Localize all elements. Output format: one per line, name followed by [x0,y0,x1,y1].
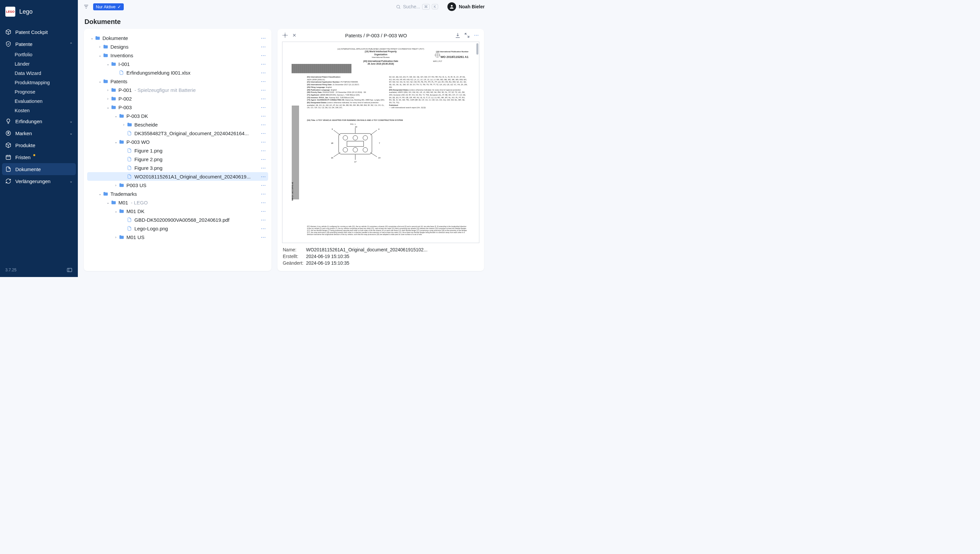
row-more-icon[interactable]: ⋯ [261,165,266,171]
row-more-icon[interactable]: ⋯ [261,113,266,119]
chevron-right-icon[interactable]: › [105,97,110,101]
chevron-down-icon[interactable]: ⌄ [113,140,118,144]
tree-folder[interactable]: ⌄M01 DK⋯ [87,207,268,216]
row-more-icon[interactable]: ⋯ [261,200,266,206]
row-more-icon[interactable]: ⋯ [261,52,266,58]
search[interactable]: Suche... ⌘ K [396,4,438,10]
scrollbar-thumb[interactable] [476,43,478,54]
tree-folder[interactable]: ⌄P-003 WO⋯ [87,137,268,146]
row-more-icon[interactable]: ⋯ [261,104,266,110]
tree-folder[interactable]: ›P003 US⋯ [87,181,268,190]
row-more-icon[interactable]: ⋯ [261,61,266,67]
chevron-down-icon[interactable]: ⌄ [105,62,110,66]
cube-icon [5,142,11,148]
chevron-down-icon[interactable]: ⌄ [97,79,102,83]
tree-folder[interactable]: ⌄I-001⋯ [87,60,268,68]
node-label: P-003 WO [126,139,261,145]
nav-sub-portfolio[interactable]: Portfolio [0,50,78,59]
tree-file[interactable]: Lego-Logo.png⋯ [87,224,268,233]
filter-chip-active[interactable]: Nur Aktive ✓ [93,3,124,10]
download-icon[interactable] [455,32,461,38]
node-label: Designs [110,44,261,49]
row-more-icon[interactable]: ⋯ [261,225,266,231]
nav-sub-produktmapping[interactable]: Produktmapping [0,78,78,87]
chevron-down-icon[interactable]: ⌄ [97,53,102,57]
folder-icon [110,87,116,93]
row-more-icon[interactable]: ⋯ [261,156,266,162]
nav-item-fristen[interactable]: Fristen [0,151,78,163]
tree-folder[interactable]: ⌄M01 - LEGO⋯ [87,198,268,207]
tree-file[interactable]: Erfindungsmeldung I001.xlsx⋯ [87,68,268,77]
row-more-icon[interactable]: ⋯ [261,130,266,136]
row-more-icon[interactable]: ⋯ [261,78,266,84]
tree-file[interactable]: GBD-DK50200900VA00568_20240619.pdf⋯ [87,216,268,224]
chevron-down-icon[interactable]: ⌄ [113,209,118,213]
chevron-down-icon[interactable]: ⌄ [105,200,110,205]
row-more-icon[interactable]: ⋯ [261,191,266,197]
tree-folder[interactable]: ›P-002⋯ [87,94,268,103]
file-icon [126,147,132,153]
row-more-icon[interactable]: ⋯ [261,121,266,128]
row-more-icon[interactable]: ⋯ [261,217,266,223]
svg-text:14: 14 [378,157,380,159]
nav-item-patente[interactable]: Patente⌃ [0,38,78,50]
chevron-down-icon[interactable]: ⌄ [89,36,94,40]
row-more-icon[interactable]: ⋯ [261,147,266,153]
row-more-icon[interactable]: ⋯ [261,70,266,75]
chevron-down-icon[interactable]: ⌄ [113,114,118,118]
row-more-icon[interactable]: ⋯ [261,208,266,214]
tree-folder[interactable]: ⌄P-003⋯ [87,103,268,112]
filter-icon[interactable] [83,4,89,10]
tree-folder[interactable]: ⌄Patents⋯ [87,77,268,86]
tree-file[interactable]: WO2018115261A1_Original_document_2024061… [87,172,268,181]
nav-item-patent-cockpit[interactable]: Patent Cockpit [0,26,78,38]
chevron-right-icon[interactable]: › [97,45,102,49]
row-more-icon[interactable]: ⋯ [261,234,266,240]
row-more-icon[interactable]: ⋯ [261,96,266,102]
tree-folder[interactable]: ⌄Trademarks⋯ [87,190,268,198]
row-more-icon[interactable]: ⋯ [261,182,266,188]
expand-icon[interactable] [464,32,470,38]
tree-file[interactable]: Figure 3.png⋯ [87,163,268,172]
tree-folder[interactable]: ⌄Dokumente⋯ [87,34,268,42]
document-preview[interactable]: (12) INTERNATIONAL APPLICATION PUBLISHED… [282,42,479,243]
tree-file[interactable]: Figure 2.png⋯ [87,155,268,163]
close-icon[interactable]: ✕ [291,32,298,38]
nav-sub-data-wizard[interactable]: Data Wizard [0,69,78,78]
nav-item-erfindungen[interactable]: Erfindungen⌄ [0,115,78,127]
collapse-sidebar-icon[interactable] [67,267,73,273]
chevron-down-icon[interactable]: ⌄ [97,192,102,196]
row-more-icon[interactable]: ⋯ [261,44,266,49]
chevron-right-icon[interactable]: › [121,123,126,126]
tree-folder[interactable]: ›P-001 - Spielzeugfigur mit Batterie⋯ [87,86,268,94]
locate-icon[interactable] [282,32,288,38]
row-more-icon[interactable]: ⋯ [261,174,266,179]
nav-sub-kosten[interactable]: Kosten [0,106,78,115]
chevron-right-icon[interactable]: › [113,235,118,239]
tree-folder[interactable]: ›M01 US⋯ [87,233,268,241]
brand-logo: LEGO [5,6,15,17]
nav-sub-länder[interactable]: Länder [0,59,78,69]
tree-folder[interactable]: ⌄P-003 DK⋯ [87,112,268,120]
tree-folder[interactable]: ›Bescheide⋯ [87,120,268,129]
chevron-right-icon[interactable]: › [105,88,110,92]
row-more-icon[interactable]: ⋯ [261,87,266,93]
more-icon[interactable]: ⋯ [473,32,479,38]
nav-item-verlängerungen[interactable]: Verlängerungen⌄ [0,175,78,187]
nav-item-marken[interactable]: Marken⌄ [0,127,78,139]
chevron-right-icon[interactable]: › [113,183,118,187]
tree-file[interactable]: Figure 1.png⋯ [87,146,268,155]
tree-folder[interactable]: ⌄Inventions⋯ [87,51,268,60]
nav-item-dokumente[interactable]: Dokumente [2,163,76,175]
row-more-icon[interactable]: ⋯ [261,139,266,145]
nav-sub-prognose[interactable]: Prognose [0,87,78,97]
nav-sub-evaluationen[interactable]: Evaluationen [0,97,78,106]
nav-item-produkte[interactable]: Produkte [0,139,78,151]
user-name: Noah Bieler [459,4,485,9]
tree-folder[interactable]: ›Designs⋯ [87,42,268,51]
row-more-icon[interactable]: ⋯ [261,35,266,41]
chevron-down-icon[interactable]: ⌄ [105,105,110,110]
tree-file[interactable]: DK3558482T3_Original_document_2024042616… [87,129,268,137]
user-menu[interactable]: Noah Bieler [447,2,485,11]
folder-icon [110,61,116,67]
